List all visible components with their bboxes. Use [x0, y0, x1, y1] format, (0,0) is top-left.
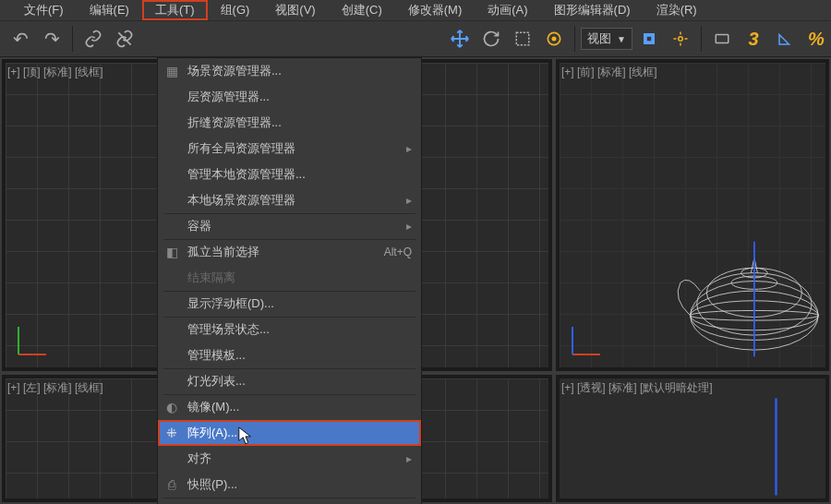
- menu-item-snapshot[interactable]: ⎙ 快照(P)...: [158, 472, 421, 498]
- submenu-arrow-icon: ▸: [403, 452, 412, 465]
- viewport-label-front[interactable]: [+] [前] [标准] [线框]: [561, 65, 657, 80]
- mirror-icon: ◐: [163, 399, 180, 415]
- menu-item-rename-objects[interactable]: ✎ 重命名对象...: [158, 498, 421, 504]
- svg-rect-5: [647, 37, 652, 42]
- move-button[interactable]: [445, 24, 475, 54]
- axis-gizmo: [563, 318, 609, 364]
- submenu-arrow-icon: ▸: [403, 142, 412, 155]
- reference-coord-dropdown[interactable]: 视图 ▼: [581, 28, 632, 50]
- pivot-button[interactable]: [634, 24, 664, 54]
- menu-file[interactable]: 文件(F): [11, 0, 77, 20]
- menu-bar: 文件(F) 编辑(E) 工具(T) 组(G) 视图(V) 创建(C) 修改器(M…: [0, 0, 831, 20]
- menu-create[interactable]: 创建(C): [329, 0, 395, 20]
- viewport-area: [+] [顶] [标准] [线框] [+] [前] [标准] [线框]: [0, 57, 831, 504]
- menu-view[interactable]: 视图(V): [262, 0, 328, 20]
- menu-item-end-isolate: 结束隔离: [158, 265, 421, 291]
- menu-item-light-lister[interactable]: 灯光列表...: [158, 368, 421, 394]
- menu-item-floating-viewport[interactable]: 显示浮动框(D)...: [158, 291, 421, 317]
- placement-button[interactable]: [539, 24, 569, 54]
- menu-item-all-global-explorers[interactable]: 所有全局资源管理器 ▸: [158, 136, 421, 162]
- menu-item-align[interactable]: 对齐 ▸: [158, 446, 421, 472]
- menu-group[interactable]: 组(G): [208, 0, 263, 20]
- percent-snap-button[interactable]: %: [801, 24, 831, 54]
- viewport-label-top[interactable]: [+] [顶] [标准] [线框]: [7, 65, 103, 80]
- menu-item-local-scene-explorer[interactable]: 本地场景资源管理器 ▸: [158, 187, 421, 213]
- menu-item-containers[interactable]: 容器 ▸: [158, 213, 421, 239]
- main-toolbar: ↶ ↷ 视图 ▼ 3: [0, 20, 831, 57]
- isolate-icon: ◧: [163, 244, 180, 260]
- scale-button[interactable]: [508, 24, 537, 54]
- menu-edit[interactable]: 编辑(E): [77, 0, 142, 20]
- rotate-button[interactable]: [476, 24, 506, 54]
- shortcut-label: Alt+Q: [384, 246, 412, 258]
- viewport-front[interactable]: [+] [前] [标准] [线框]: [556, 59, 829, 371]
- manipulate-button[interactable]: [666, 24, 695, 54]
- menu-item-manage-templates[interactable]: 管理模板...: [158, 342, 421, 368]
- svg-point-3: [552, 37, 555, 40]
- menu-item-layer-explorer[interactable]: 层资源管理器...: [158, 84, 421, 110]
- menu-item-array[interactable]: ⁜ 阵列(A)...: [158, 420, 421, 446]
- toolbar-separator: [72, 26, 73, 52]
- menu-rendering[interactable]: 渲染(R): [644, 0, 710, 20]
- angle-snap-button[interactable]: [770, 24, 800, 54]
- svg-point-6: [679, 37, 683, 42]
- snapshot-icon: ⎙: [163, 476, 180, 493]
- menu-item-manage-local-explorer[interactable]: 管理本地资源管理器...: [158, 162, 421, 187]
- undo-button[interactable]: ↶: [6, 24, 35, 54]
- menu-item-crease-explorer[interactable]: 折缝资源管理器...: [158, 110, 421, 136]
- menu-tools[interactable]: 工具(T): [142, 0, 208, 20]
- toolbar-separator: [701, 26, 702, 52]
- submenu-arrow-icon: ▸: [403, 194, 412, 207]
- toolbar-separator: [574, 26, 575, 52]
- redo-button[interactable]: ↷: [37, 24, 66, 54]
- submenu-arrow-icon: ▸: [403, 220, 412, 233]
- menu-animation[interactable]: 动画(A): [475, 0, 540, 20]
- menu-item-manage-scene-states[interactable]: 管理场景状态...: [158, 317, 421, 342]
- chevron-down-icon: ▼: [617, 34, 626, 44]
- svg-rect-11: [716, 35, 729, 43]
- snap-3d-button[interactable]: 3: [739, 24, 768, 54]
- grid-icon: ▦: [163, 63, 180, 79]
- viewport-perspective[interactable]: [+] [透视] [标准] [默认明暗处理]: [556, 375, 829, 502]
- menu-item-scene-explorer[interactable]: ▦ 场景资源管理器...: [158, 58, 421, 84]
- viewport-label-left[interactable]: [+] [左] [标准] [线框]: [7, 380, 103, 396]
- link-button[interactable]: [78, 24, 108, 54]
- menu-item-isolate-selection[interactable]: ◧ 孤立当前选择 Alt+Q: [158, 239, 421, 265]
- menu-modifiers[interactable]: 修改器(M): [395, 0, 476, 20]
- unlink-button[interactable]: [110, 24, 139, 54]
- keyboard-shortcut-button[interactable]: [707, 24, 737, 54]
- axis-gizmo: [9, 318, 55, 364]
- menu-graph-editors[interactable]: 图形编辑器(D): [541, 0, 644, 20]
- menu-item-mirror[interactable]: ◐ 镜像(M)...: [158, 394, 421, 420]
- teapot-shaded: [681, 391, 829, 502]
- array-icon: ⁜: [163, 425, 180, 441]
- svg-rect-1: [516, 32, 529, 45]
- reference-coord-label: 视图: [587, 30, 611, 47]
- tools-menu: ▦ 场景资源管理器... 层资源管理器... 折缝资源管理器... 所有全局资源…: [157, 57, 422, 504]
